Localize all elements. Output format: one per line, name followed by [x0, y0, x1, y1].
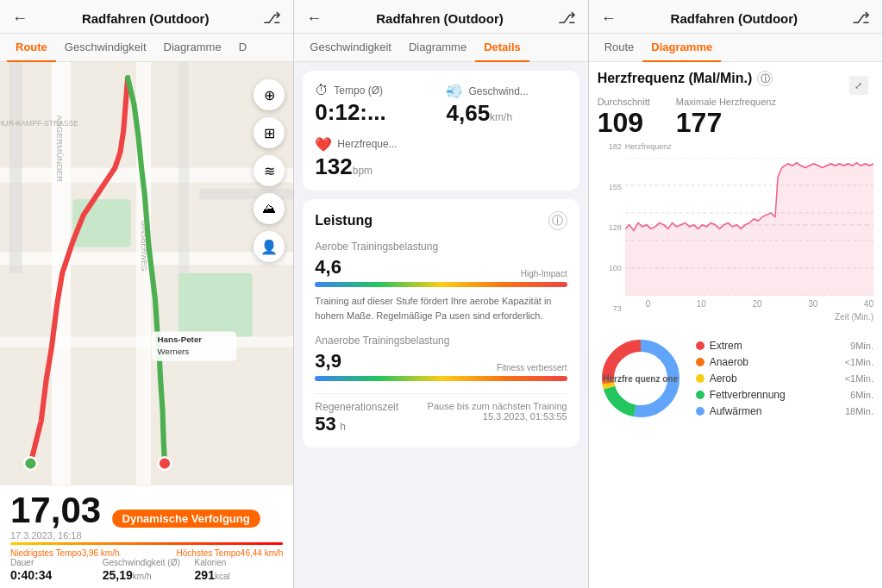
map-view: ANGERMÜNDER ARTHUR-KAMPF-STRASSE GINSBER…	[0, 62, 293, 485]
leistung-info-btn[interactable]: ⓘ	[548, 211, 567, 230]
y-axis-title: Herzfrequenz	[625, 142, 874, 151]
3d-btn[interactable]: ⛰	[254, 193, 285, 224]
anaerobe-label: Anaerobe Trainingsbelastung	[315, 335, 567, 347]
x-10: 10	[697, 299, 706, 309]
person-btn[interactable]: 👤	[254, 231, 285, 262]
tab-details[interactable]: Details	[475, 34, 529, 62]
tab-diagramme-1[interactable]: Diagramme	[155, 34, 230, 62]
header-title-1: Radfahren (Outdoor)	[28, 11, 263, 26]
hz-avg: Durchschnitt 109	[598, 97, 650, 139]
leistung-header: Leistung ⓘ	[315, 211, 567, 230]
tab-geschwindigkeit-2[interactable]: Geschwindigkeit	[301, 34, 400, 62]
metric-speed-label: 💨 Geschwind...	[446, 83, 567, 99]
speed-label-text: Geschwind...	[468, 85, 528, 97]
back-icon-3[interactable]: ←	[601, 9, 617, 28]
share-icon-2[interactable]: ⎇	[558, 9, 576, 28]
panel-diagramme: ← Radfahren (Outdoor) ⎇ Route Diagramme …	[589, 0, 883, 588]
pace-bar-row: Niedrigstes Tempo3,96 km/h Höchstes Temp…	[10, 548, 283, 558]
metric-geschwindigkeit: 💨 Geschwind... 4,65km/h	[446, 83, 567, 126]
tab-route[interactable]: Route	[7, 34, 56, 62]
anaerobe-tag: Fitness verbessert	[497, 363, 567, 372]
x-0: 0	[646, 299, 651, 309]
map-svg: ANGERMÜNDER ARTHUR-KAMPF-STRASSE GINSBER…	[0, 62, 293, 485]
anaerobe-value-row: 3,9 Fitness verbessert	[315, 350, 567, 372]
back-icon[interactable]: ←	[12, 9, 28, 28]
stat-label-2: Kalorien	[195, 558, 284, 567]
aerobe-block: Aerobe Trainingsbelastung 4,6 High-Impac…	[315, 241, 567, 322]
stat-value-0: 0:40:34	[10, 568, 52, 582]
legend-name-extrem: Extrem	[710, 340, 845, 352]
regen-unit: h	[340, 421, 346, 433]
regen-right-label: Pause bis zum nächsten Training	[428, 401, 567, 411]
header-diagramme: ← Radfahren (Outdoor) ⎇	[589, 0, 882, 34]
tab-diagramme-3[interactable]: Diagramme	[642, 34, 721, 62]
share-icon[interactable]: ⎇	[263, 9, 281, 28]
back-icon-2[interactable]: ←	[306, 9, 322, 28]
tab-more-1[interactable]: D	[230, 34, 255, 62]
svg-text:ARTHUR-KAMPF-STRASSE: ARTHUR-KAMPF-STRASSE	[0, 119, 78, 128]
y-axis-labels: 182 155 128 100 73	[598, 142, 622, 328]
svg-rect-10	[178, 273, 253, 337]
stat-unit-2: kcal	[215, 572, 230, 581]
tabs-panel3: Route Diagramme	[589, 34, 882, 62]
tab-diagramme-2[interactable]: Diagramme	[400, 34, 475, 62]
header-title-2: Radfahren (Outdoor)	[322, 11, 557, 26]
details-content: ⏱ Tempo (Ø) 0:12:... 💨 Geschwind... 4,65…	[294, 62, 587, 588]
speed-icon: 💨	[446, 83, 463, 99]
aerobe-desc: Training auf dieser Stufe fördert Ihre a…	[315, 294, 567, 322]
anaerobe-value: 3,9	[315, 350, 341, 372]
aerobe-tag: High-Impact	[521, 269, 567, 278]
tab-route-3[interactable]: Route	[596, 34, 643, 62]
legend-time-anaerob: <1Min.	[845, 357, 874, 367]
stat-kalorien: Kalorien 291kcal	[195, 558, 284, 583]
x-40: 40	[864, 299, 874, 309]
hz-title: Herzfrequenz (Mal/Min.) ⓘ	[598, 71, 874, 86]
metric-card: ⏱ Tempo (Ø) 0:12:... 💨 Geschwind... 4,65…	[303, 71, 579, 191]
stat-label-0: Dauer	[10, 558, 99, 567]
heart-icon: ❤️	[315, 136, 332, 153]
anaerobe-block: Anaerobe Trainingsbelastung 3,9 Fitness …	[315, 335, 567, 381]
date-text: 17.3.2023, 16:18	[10, 530, 283, 541]
regen-label: Regenerationszeit	[315, 401, 398, 413]
hz-title-text: Herzfrequenz (Mal/Min.)	[598, 71, 753, 86]
hz-max-value: 177	[676, 107, 776, 139]
regen-left: Regenerationszeit 53 h	[315, 401, 398, 435]
y-label-4: 73	[598, 304, 622, 313]
hz-max-label: Maximale Herzfrequenz	[676, 97, 776, 107]
speed-display: 17,03	[10, 490, 101, 530]
legend-time-fett: 6Min.	[850, 390, 874, 400]
tab-geschwindigkeit-1[interactable]: Geschwindigkeit	[56, 34, 155, 62]
metric-hr-label: ❤️ Herzfreque...	[315, 136, 435, 153]
map-style-btn[interactable]: ⊞	[254, 117, 285, 148]
y-label-2: 128	[598, 223, 622, 232]
aerobe-value: 4,6	[315, 256, 341, 278]
legend-aerob: Aerob <1Min.	[696, 372, 874, 385]
y-label-0: 182	[598, 142, 622, 151]
svg-rect-5	[0, 337, 293, 347]
hz-avg-value: 109	[598, 107, 650, 139]
pace-high: Höchstes Tempo46,44 km/h	[177, 548, 284, 558]
dynamic-badge: Dynamische Verfolgung	[112, 510, 260, 528]
donut-section: Herzfre quenz one Extrem 9Min. Anaerob <…	[598, 335, 874, 422]
chart-area	[625, 158, 874, 296]
expand-btn[interactable]: ⤢	[849, 76, 868, 95]
tabs-panel2: Geschwindigkeit Diagramme Details	[294, 34, 587, 62]
legend-time-aufwaermen: 18Min.	[845, 406, 874, 416]
map-controls: ⊕ ⊞ ≋ ⛰ 👤	[254, 79, 285, 262]
legend-time-aerob: <1Min.	[845, 373, 874, 384]
tabs-panel1: Route Geschwindigkeit Diagramme D	[0, 34, 293, 62]
legend-dot-aerob	[696, 374, 705, 383]
svg-rect-6	[9, 62, 22, 273]
legend-name-aufwaermen: Aufwärmen	[710, 405, 840, 417]
pace-gradient-bar	[10, 542, 283, 545]
locate-btn[interactable]: ⊕	[254, 79, 285, 110]
anaerobe-color-bar	[315, 376, 567, 381]
stat-unit-1: km/h	[133, 572, 152, 581]
hz-stats: Durchschnitt 109 Maximale Herzfrequenz 1…	[598, 97, 874, 139]
legend-dot-anaerob	[696, 358, 705, 366]
panel-route: ← Radfahren (Outdoor) ⎇ Route Geschwindi…	[0, 0, 294, 588]
hz-info-icon[interactable]: ⓘ	[757, 71, 773, 86]
layers-btn[interactable]: ≋	[254, 155, 285, 186]
share-icon-3[interactable]: ⎇	[852, 9, 870, 28]
legend-fett: Fettverbrennung 6Min.	[696, 389, 874, 401]
